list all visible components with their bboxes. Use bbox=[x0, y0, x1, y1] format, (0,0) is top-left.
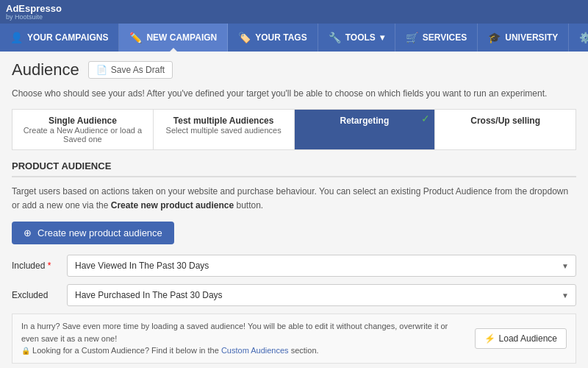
tab-retargeting-title: Retargeting bbox=[302, 116, 428, 126]
load-icon: ⚡ bbox=[484, 333, 495, 344]
nav-label-tools: TOOLS bbox=[345, 32, 376, 43]
create-btn-icon: ⊕ bbox=[24, 227, 32, 238]
product-audience-desc: Target users based on actions taken on y… bbox=[12, 185, 576, 213]
page-header: Audience 📄 Save As Draft bbox=[12, 60, 576, 79]
campaigns-icon: 👤 bbox=[10, 32, 23, 43]
included-required: * bbox=[48, 261, 51, 271]
product-audience-section: PRODUCT AUDIENCE Target users based on a… bbox=[12, 160, 576, 306]
desc-link: Create new product audience bbox=[111, 200, 234, 210]
nav-label-new-campaign: NEW CAMPAIGN bbox=[146, 32, 217, 43]
logo-sub: by Hootsuite bbox=[6, 14, 62, 21]
collaboration-icon: ⚙️ bbox=[579, 32, 588, 43]
tab-single-sub: Create a New Audience or load a Saved on… bbox=[20, 126, 146, 144]
nav-item-campaigns[interactable]: 👤 YOUR CAMPAIGNS bbox=[0, 24, 119, 52]
load-label: Load Audience bbox=[499, 333, 557, 344]
info-box: In a hurry? Save even more time by loadi… bbox=[12, 314, 576, 364]
tab-single-title: Single Audience bbox=[20, 116, 146, 126]
nav-label-university: UNIVERSITY bbox=[505, 32, 558, 43]
audience-tabs: Single Audience Create a New Audience or… bbox=[12, 109, 576, 150]
excluded-label: Excluded bbox=[12, 290, 60, 300]
save-icon: 📄 bbox=[96, 65, 107, 75]
info-text-area: In a hurry? Save even more time by loadi… bbox=[21, 320, 467, 357]
services-icon: 🛒 bbox=[406, 32, 418, 43]
nav-bar: 👤 YOUR CAMPAIGNS ✏️ NEW CAMPAIGN 🏷️ YOUR… bbox=[0, 24, 588, 52]
logo-area: AdEspresso by Hootsuite bbox=[6, 3, 62, 21]
excluded-select[interactable]: Have Purchased In The Past 30 DaysHave P… bbox=[67, 284, 576, 306]
tab-test-multiple[interactable]: Test multiple Audiences Select multiple … bbox=[154, 110, 295, 149]
included-select-wrapper: Have Viewed In The Past 30 DaysHave View… bbox=[67, 255, 576, 277]
tags-icon: 🏷️ bbox=[238, 32, 251, 43]
nav-item-tools[interactable]: 🔧 TOOLS ▾ bbox=[318, 24, 395, 52]
save-draft-button[interactable]: 📄 Save As Draft bbox=[88, 61, 173, 79]
desc-part1: Target users based on actions taken on y… bbox=[12, 186, 568, 210]
load-audience-button[interactable]: ⚡ Load Audience bbox=[475, 328, 567, 349]
included-label: Included * bbox=[12, 261, 60, 271]
page-title: Audience bbox=[12, 60, 79, 79]
nav-item-your-tags[interactable]: 🏷️ YOUR TAGS bbox=[228, 24, 318, 52]
lock-icon: 🔒 bbox=[21, 347, 30, 355]
new-campaign-icon: ✏️ bbox=[129, 32, 142, 43]
create-btn-label: Create new product audience bbox=[37, 227, 162, 238]
info-text2: Looking for a Custom Audience? Find it b… bbox=[32, 346, 221, 355]
nav-item-new-campaign[interactable]: ✏️ NEW CAMPAIGN bbox=[119, 24, 228, 52]
tab-multiple-sub: Select multiple saved audiences bbox=[161, 126, 287, 135]
included-row: Included * Have Viewed In The Past 30 Da… bbox=[12, 255, 576, 277]
logo-text: AdEspresso bbox=[6, 3, 62, 14]
nav-item-services[interactable]: 🛒 SERVICES bbox=[395, 24, 478, 52]
main-content: Audience 📄 Save As Draft Choose who shou… bbox=[0, 52, 588, 368]
tab-cross-title: Cross/Up selling bbox=[442, 116, 568, 126]
excluded-select-wrapper: Have Purchased In The Past 30 DaysHave P… bbox=[67, 284, 576, 306]
nav-item-collaboration[interactable]: ⚙️ COLLABORATION Beta bbox=[569, 24, 588, 52]
page-description: Choose who should see your ads! After yo… bbox=[12, 87, 576, 100]
tools-icon: 🔧 bbox=[329, 32, 341, 43]
create-product-audience-button[interactable]: ⊕ Create new product audience bbox=[12, 222, 174, 244]
tab-multiple-title: Test multiple Audiences bbox=[161, 116, 287, 126]
tab-cross-up[interactable]: Cross/Up selling bbox=[435, 110, 576, 149]
tools-arrow: ▾ bbox=[380, 32, 384, 43]
info-text-line2: 🔒 Looking for a Custom Audience? Find it… bbox=[21, 344, 467, 357]
custom-audiences-link[interactable]: Custom Audiences bbox=[221, 346, 289, 355]
nav-label-services: SERVICES bbox=[423, 32, 467, 43]
save-draft-label: Save As Draft bbox=[111, 65, 165, 75]
desc-part2: button. bbox=[234, 200, 263, 210]
tab-retargeting[interactable]: ✓ Retargeting bbox=[295, 110, 436, 149]
nav-label-tags: YOUR TAGS bbox=[255, 32, 306, 43]
tab-single-audience[interactable]: Single Audience Create a New Audience or… bbox=[12, 110, 154, 149]
university-icon: 🎓 bbox=[488, 32, 501, 43]
included-select[interactable]: Have Viewed In The Past 30 DaysHave View… bbox=[67, 255, 576, 277]
nav-label-campaigns: YOUR CAMPAIGNS bbox=[27, 32, 108, 43]
info-text-line1: In a hurry? Save even more time by loadi… bbox=[21, 320, 467, 344]
nav-item-university[interactable]: 🎓 UNIVERSITY bbox=[478, 24, 569, 52]
excluded-row: Excluded Have Purchased In The Past 30 D… bbox=[12, 284, 576, 306]
check-icon: ✓ bbox=[421, 113, 430, 124]
top-bar: AdEspresso by Hootsuite bbox=[0, 0, 588, 24]
product-audience-header: PRODUCT AUDIENCE bbox=[12, 160, 576, 177]
info-text3: section. bbox=[291, 346, 319, 355]
